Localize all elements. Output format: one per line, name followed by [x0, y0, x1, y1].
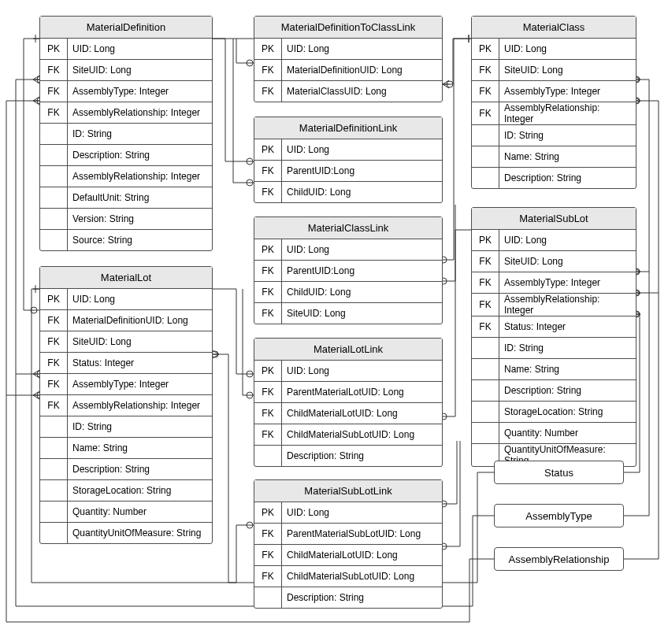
- value-cell: SiteUID: Long: [282, 303, 442, 324]
- table-row: Version: String: [40, 209, 212, 230]
- table-row: FKAssemblyRelationship: Integer: [40, 102, 212, 124]
- key-cell: [40, 459, 68, 479]
- value-cell: AssemblyType: Integer: [499, 272, 636, 293]
- value-cell: AssemblyRelationship: Integer: [68, 395, 212, 416]
- key-cell: FK: [472, 102, 499, 124]
- table-row: Name: String: [40, 438, 212, 459]
- key-cell: PK: [40, 289, 68, 309]
- value-cell: ParentUID:Long: [282, 261, 442, 281]
- table-row: AssemblyRelationship: Integer: [40, 166, 212, 187]
- lookup-status: Status: [494, 461, 624, 484]
- entity-rows: PKUID: LongFKParentMaterialSubLotUID: Lo…: [254, 502, 442, 608]
- table-row: FKAssemblyType: Integer: [472, 81, 636, 102]
- value-cell: Quantity: Number: [68, 502, 212, 522]
- value-cell: UID: Long: [282, 139, 442, 160]
- table-row: Description: String: [472, 380, 636, 402]
- key-cell: [254, 587, 282, 608]
- value-cell: SiteUID: Long: [499, 251, 636, 272]
- key-cell: FK: [472, 316, 499, 337]
- key-cell: FK: [254, 81, 282, 102]
- table-row: PKUID: Long: [254, 139, 442, 161]
- value-cell: Status: Integer: [499, 316, 636, 337]
- key-cell: PK: [254, 139, 282, 160]
- value-cell: ParentMaterialSubLotUID: Long: [282, 524, 442, 544]
- key-cell: FK: [472, 60, 499, 80]
- key-cell: [254, 446, 282, 466]
- value-cell: Description: String: [282, 446, 442, 466]
- key-cell: [472, 402, 499, 422]
- value-cell: DefaultUnit: String: [68, 187, 212, 208]
- table-row: FKAssemblyType: Integer: [40, 374, 212, 395]
- key-cell: PK: [472, 39, 499, 59]
- key-cell: FK: [254, 261, 282, 281]
- entity-material-sublot: MaterialSubLot PKUID: LongFKSiteUID: Lon…: [471, 207, 636, 467]
- table-row: ID: String: [472, 338, 636, 359]
- table-row: QuantityUnitOfMeasure: String: [40, 523, 212, 543]
- value-cell: UID: Long: [499, 230, 636, 250]
- table-row: FKParentUID:Long: [254, 161, 442, 182]
- entity-material-lot-link: MaterialLotLink PKUID: LongFKParentMater…: [254, 338, 443, 467]
- key-cell: PK: [254, 239, 282, 260]
- value-cell: SiteUID: Long: [499, 60, 636, 80]
- key-cell: FK: [40, 353, 68, 373]
- key-cell: [40, 124, 68, 144]
- entity-title: MaterialDefinition: [40, 17, 212, 39]
- table-row: FKParentUID:Long: [254, 261, 442, 282]
- key-cell: [472, 423, 499, 443]
- key-cell: [40, 523, 68, 543]
- key-cell: FK: [254, 566, 282, 587]
- table-row: FKStatus: Integer: [472, 316, 636, 338]
- entity-title: MaterialClass: [472, 17, 636, 39]
- entity-rows: PKUID: LongFKSiteUID: LongFKAssemblyType…: [472, 39, 636, 188]
- value-cell: ChildMaterialLotUID: Long: [282, 545, 442, 565]
- lookup-assembly-relationship: AssemblyRelationship: [494, 547, 624, 571]
- key-cell: [472, 359, 499, 379]
- table-row: FKSiteUID: Long: [472, 251, 636, 272]
- table-row: Name: String: [472, 146, 636, 168]
- key-cell: FK: [40, 310, 68, 331]
- table-row: FKChildUID: Long: [254, 282, 442, 303]
- key-cell: PK: [254, 361, 282, 381]
- table-row: PKUID: Long: [40, 289, 212, 310]
- value-cell: UID: Long: [282, 39, 442, 59]
- entity-title: MaterialSubLot: [472, 208, 636, 230]
- value-cell: ID: String: [499, 125, 636, 146]
- entity-material-definition: MaterialDefinition PKUID: LongFKSiteUID:…: [39, 16, 213, 251]
- key-cell: PK: [472, 230, 499, 250]
- key-cell: [40, 480, 68, 501]
- table-row: FKAssemblyRelationship: Integer: [472, 294, 636, 316]
- entity-rows: PKUID: LongFKSiteUID: LongFKAssemblyType…: [472, 230, 636, 466]
- entity-title: MaterialClassLink: [254, 217, 442, 239]
- key-cell: [472, 168, 499, 188]
- entity-rows: PKUID: LongFKParentUID:LongFKChildUID: L…: [254, 239, 442, 324]
- key-cell: FK: [254, 524, 282, 544]
- table-row: FKSiteUID: Long: [254, 303, 442, 324]
- table-row: Source: String: [40, 230, 212, 250]
- key-cell: [40, 187, 68, 208]
- value-cell: Version: String: [68, 209, 212, 229]
- value-cell: AssemblyRelationship: Integer: [499, 102, 636, 124]
- key-cell: FK: [254, 60, 282, 80]
- table-row: FKMaterialClassUID: Long: [254, 81, 442, 102]
- key-cell: FK: [254, 282, 282, 302]
- table-row: ID: String: [472, 125, 636, 146]
- value-cell: UID: Long: [282, 239, 442, 260]
- value-cell: ChildMaterialSubLotUID: Long: [282, 566, 442, 587]
- entity-material-definition-to-class-link: MaterialDefinitionToClassLink PKUID: Lon…: [254, 16, 443, 102]
- table-row: Description: String: [254, 587, 442, 608]
- value-cell: AssemblyType: Integer: [68, 81, 212, 102]
- table-row: FKAssemblyRelationship: Integer: [472, 102, 636, 125]
- lookup-assembly-type: AssemblyType: [494, 504, 624, 527]
- entity-rows: PKUID: LongFKMaterialDefinitionUID: Long…: [40, 289, 212, 543]
- key-cell: [40, 502, 68, 522]
- value-cell: AssemblyType: Integer: [68, 374, 212, 394]
- entity-title: MaterialSubLotLink: [254, 480, 442, 502]
- entity-rows: PKUID: LongFKParentUID:LongFKChildUID: L…: [254, 139, 442, 202]
- table-row: PKUID: Long: [254, 361, 442, 382]
- key-cell: [472, 380, 499, 401]
- table-row: FKStatus: Integer: [40, 353, 212, 374]
- value-cell: StorageLocation: String: [68, 480, 212, 501]
- entity-material-class-link: MaterialClassLink PKUID: LongFKParentUID…: [254, 217, 443, 324]
- key-cell: FK: [254, 303, 282, 324]
- table-row: PKUID: Long: [472, 230, 636, 251]
